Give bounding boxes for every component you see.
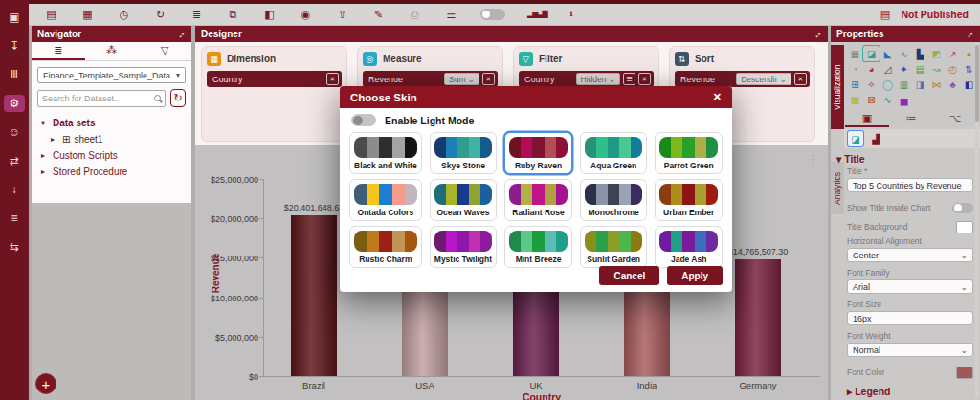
chip-remove-button[interactable]: ✕ <box>326 73 339 85</box>
field-chip[interactable]: Revenue Sum ⌄ ✕ <box>363 71 498 87</box>
tab-analytics[interactable]: Analytics <box>831 162 844 214</box>
Ocean Waves[interactable]: Ocean Waves <box>430 179 498 221</box>
title-input[interactable]: Top 5 Countries by Revenue <box>847 178 973 192</box>
bar-mode-icon[interactable]: ▟ <box>868 131 883 146</box>
font-family-select[interactable]: Arial⌄ <box>847 279 973 294</box>
library-icon[interactable]: Ⅲ <box>4 66 25 83</box>
properties-scrollbar[interactable] <box>975 43 979 398</box>
vis-type-icon[interactable]: ▙ <box>912 46 928 61</box>
vis-type-icon[interactable]: ▥ <box>896 77 912 92</box>
tab-visualization[interactable]: Visualization <box>831 45 844 129</box>
vis-type-icon[interactable]: ▤ <box>912 61 928 77</box>
vis-type-icon[interactable]: ◿ <box>880 61 896 77</box>
shared-tab[interactable]: ⁂ <box>85 42 139 60</box>
Rustic Charm[interactable]: Rustic Charm <box>349 226 422 268</box>
font-size-input[interactable]: 16px <box>847 311 973 325</box>
dataset-select[interactable]: Finance_Template_Sample_Data ▾ <box>37 67 186 83</box>
tree-arrow[interactable]: ▸ <box>51 135 58 144</box>
tree-arrow[interactable]: ▸ <box>41 151 49 160</box>
refresh-datasets-button[interactable]: ↻ <box>170 89 186 107</box>
Urban Ember[interactable]: Urban Ember <box>655 179 723 221</box>
vis-type-icon[interactable]: ↝ <box>928 61 945 77</box>
transfer-icon[interactable]: ⇄ <box>4 152 25 169</box>
save-icon[interactable]: ▤ <box>44 10 58 20</box>
preview-icon[interactable]: ◉ <box>299 10 313 20</box>
Sunlit Garden[interactable]: Sunlit Garden <box>580 226 648 268</box>
Ruby Raven[interactable]: Ruby Raven <box>504 132 572 174</box>
vis-type-icon[interactable]: ⊠ <box>863 92 880 107</box>
Aqua Green[interactable]: Aqua Green <box>580 132 648 174</box>
exchange-icon[interactable]: ⇆ <box>4 238 25 256</box>
chip-menu-button[interactable]: ☰ <box>623 73 635 85</box>
info-icon[interactable]: ℹ <box>564 11 578 18</box>
add-button[interactable]: + <box>35 373 56 394</box>
tree-stored-procedure[interactable]: ▸ Stored Procedure <box>35 164 188 180</box>
import-icon[interactable]: ↧ <box>4 37 25 55</box>
history-icon[interactable]: ◷ <box>117 10 131 20</box>
legend-section-header[interactable]: ▸ Legend <box>847 386 973 397</box>
Skye Stone[interactable]: Skye Stone <box>430 132 498 174</box>
chart-mode-icon[interactable]: ◪ <box>848 131 863 146</box>
tree-custom-scripts[interactable]: ▸ Custom Scripts <box>35 147 188 164</box>
Jade Ash[interactable]: Jade Ash <box>655 226 723 268</box>
users-icon[interactable]: ☺ <box>4 123 25 141</box>
vis-type-icon[interactable]: ▩ <box>847 92 863 107</box>
chip-dropdown[interactable]: Hidden ⌄ <box>576 73 620 85</box>
vis-type-icon[interactable]: ↗ <box>945 46 961 61</box>
vis-type-icon[interactable]: ▅ <box>896 92 912 107</box>
tree-data-sets[interactable]: ▾ Data sets <box>35 115 188 131</box>
link-icon[interactable]: ⧉ <box>226 10 240 20</box>
chip-remove-button[interactable]: ✕ <box>638 73 651 85</box>
sliders-icon[interactable]: ☰ <box>444 10 458 20</box>
chip-remove-button[interactable]: ✕ <box>482 73 495 85</box>
chart-icon[interactable]: ▂▅▃▇ <box>527 11 542 18</box>
tree-sheet1[interactable]: ▸ ⊞ sheet1 <box>35 131 188 147</box>
search-input[interactable] <box>42 94 154 103</box>
Parrot Green[interactable]: Parrot Green <box>655 132 723 174</box>
Radiant Rose[interactable]: Radiant Rose <box>504 179 572 221</box>
vis-type-icon[interactable]: ◣ <box>880 46 896 61</box>
close-icon[interactable]: ✕ <box>713 91 722 103</box>
cancel-button[interactable]: Cancel <box>599 266 659 285</box>
chip-remove-button[interactable]: ✕ <box>794 73 807 85</box>
vis-type-icon[interactable]: ◨ <box>912 77 928 92</box>
database-icon[interactable]: ≡ <box>4 210 25 227</box>
light-mode-toggle[interactable] <box>351 114 376 126</box>
Mint Breeze[interactable]: Mint Breeze <box>504 226 572 268</box>
expand-icon[interactable]: ↔ <box>174 27 188 40</box>
save-as-icon[interactable]: ▦ <box>80 10 95 20</box>
horizontal-alignment-select[interactable]: Center⌄ <box>847 248 973 262</box>
Ontada Colors[interactable]: Ontada Colors <box>349 179 422 221</box>
vis-type-icon[interactable]: ◕ <box>863 61 880 77</box>
vis-type-icon[interactable]: ✧ <box>863 77 880 92</box>
subtab-properties[interactable]: ▣ <box>845 110 889 125</box>
vis-type-icon[interactable]: ◩ <box>928 46 945 61</box>
bar-Brazil[interactable] <box>291 215 337 376</box>
title-section-header[interactable]: ▾ Title <box>836 153 865 165</box>
dataset-search[interactable] <box>37 90 166 107</box>
tree-arrow[interactable]: ▾ <box>41 119 49 127</box>
font-color-swatch[interactable] <box>956 367 973 379</box>
vis-type-icon[interactable]: ◪ <box>863 46 880 61</box>
Black and White[interactable]: Black and White <box>349 132 422 174</box>
vis-type-icon[interactable]: ◔ <box>847 61 863 77</box>
refresh-icon[interactable]: ↻ <box>153 10 167 20</box>
dashboard-icon[interactable]: ▣ <box>4 9 25 26</box>
export-icon[interactable]: ⇧ <box>335 10 349 20</box>
chip-dropdown[interactable]: Descendir ⌄ <box>736 73 791 85</box>
title-background-swatch[interactable] <box>956 221 973 233</box>
show-title-toggle[interactable] <box>952 203 973 213</box>
expand-icon[interactable]: ↔ <box>811 27 824 40</box>
tree-arrow[interactable]: ▸ <box>41 167 49 176</box>
mode-toggle[interactable] <box>480 9 505 20</box>
datasource-icon[interactable]: ≣ <box>189 10 204 20</box>
vis-type-icon[interactable]: ♣ <box>945 77 961 92</box>
theme-icon[interactable]: ◧ <box>262 10 277 20</box>
bar-Germany[interactable] <box>735 259 781 376</box>
font-weight-select[interactable]: Normal⌄ <box>847 343 973 357</box>
datasets-tab[interactable]: ≣ <box>32 42 85 60</box>
Monochrome[interactable]: Monochrome <box>580 179 648 221</box>
vis-type-icon[interactable]: ◴ <box>945 61 961 77</box>
expand-icon[interactable]: ↔ <box>963 27 976 40</box>
edit-icon[interactable]: ✎ <box>371 10 386 20</box>
